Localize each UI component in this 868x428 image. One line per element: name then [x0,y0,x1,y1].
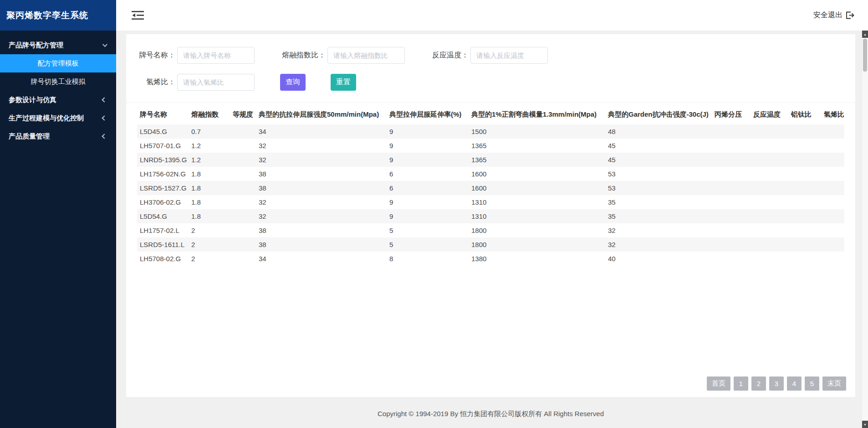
sidebar-subitem[interactable]: 牌号切换工业模拟 [0,72,116,91]
table-cell: 5 [387,237,469,252]
table-cell [712,181,751,195]
table-cell [712,124,751,139]
sidebar-item[interactable]: 生产过程建模与优化控制 [0,109,116,127]
sidebar-item[interactable]: 参数设计与仿真 [0,91,116,109]
table-cell [751,139,788,153]
column-header: 丙烯分压 [712,103,751,124]
logout-label: 安全退出 [813,10,842,20]
table-cell: 1800 [469,223,605,237]
reset-button[interactable]: 重置 [331,74,356,91]
table-cell: 1600 [469,167,605,181]
table-cell [821,195,844,209]
pagination-button[interactable]: 末页 [822,376,846,391]
table-cell: 32 [605,223,712,237]
content-card: 牌号名称： 熔融指数比： 反应温度： [126,34,855,397]
reaction-temperature-input[interactable] [470,47,548,64]
table-cell [230,139,256,153]
table-cell: 32 [256,209,387,223]
table-cell: 6 [387,181,469,195]
table-cell: 1.8 [189,195,230,209]
table-cell: LH1756-02N.G [137,167,189,181]
table-cell [712,223,751,237]
table-row: L5D54.G1.8329131035 [137,209,844,223]
table-cell: 45 [605,153,712,167]
recipe-table: 牌号名称熔融指数等规度典型的抗拉伸屈服强度50mm/min(Mpa)典型拉伸屈服… [137,103,844,266]
pagination-button[interactable]: 5 [805,376,819,391]
table-cell [788,223,821,237]
brand-name-field: 牌号名称： [137,47,255,64]
table-cell: 32 [256,139,387,153]
hydrogen-ratio-input[interactable] [177,74,255,91]
table-cell: 32 [256,153,387,167]
table-cell: 2 [189,252,230,266]
main-area: 安全退出 牌号名称： 熔融指数比： [116,0,868,428]
table-cell [821,237,844,252]
column-header: 典型的Garden抗冲击强度-30c(J) [605,103,712,124]
pagination-button[interactable]: 1 [734,376,748,391]
scrollbar-thumb[interactable] [863,39,867,72]
table-cell [712,209,751,223]
melt-index-ratio-input[interactable] [327,47,405,64]
pagination-button[interactable]: 4 [787,376,802,391]
table-cell [712,153,751,167]
pagination-button[interactable]: 3 [769,376,784,391]
table-cell [751,223,788,237]
search-form: 牌号名称： 熔融指数比： 反应温度： [137,47,844,91]
brand-name-label: 牌号名称： [137,51,175,60]
column-header: 氢烯比 [821,103,844,124]
table-cell: L5D54.G [137,209,189,223]
table-cell [751,167,788,181]
table-cell [788,252,821,266]
melt-index-ratio-label: 熔融指数比： [280,51,326,60]
sidebar-item-label: 产品质量管理 [9,132,50,141]
table-row: LSRD5-1611.L2385180032 [137,237,844,252]
table-cell: 38 [256,223,387,237]
table-cell: 1365 [469,153,605,167]
sidebar-item[interactable]: 产品质量管理 [0,127,116,145]
table-row: LH1757-02.L2385180032 [137,223,844,237]
table-row: LH5707-01.G1.2329136545 [137,139,844,153]
table-cell [230,153,256,167]
table-cell [751,237,788,252]
reaction-temperature-label: 反应温度： [430,51,469,60]
column-header: 等规度 [230,103,256,124]
table-cell: 34 [256,124,387,139]
query-button[interactable]: 查询 [280,74,306,91]
table-header: 牌号名称熔融指数等规度典型的抗拉伸屈服强度50mm/min(Mpa)典型拉伸屈服… [137,103,844,124]
pagination-button[interactable]: 首页 [707,376,730,391]
table-cell [712,195,751,209]
sidebar-item[interactable]: 产品牌号配方管理 [0,36,116,54]
table-cell [788,195,821,209]
sidebar-collapse-button[interactable] [132,10,144,20]
copyright-footer: Copyright © 1994-2019 By 恒力集团有限公司版权所有 Al… [126,410,855,418]
table-cell [230,223,256,237]
table-cell [821,223,844,237]
table-cell: 9 [387,139,469,153]
table-cell: 1380 [469,252,605,266]
sidebar-subitem[interactable]: 配方管理模板 [0,54,116,72]
table-cell: 9 [387,153,469,167]
scroll-up-icon[interactable]: ▲ [862,31,868,38]
table-cell: LSRD5-1611.L [137,237,189,252]
sidebar-item-label: 产品牌号配方管理 [9,41,63,50]
table-cell [821,181,844,195]
pagination-button[interactable]: 2 [751,376,766,391]
table-cell [230,124,256,139]
table-cell: 38 [256,237,387,252]
table-cell: 1500 [469,124,605,139]
table-cell [751,181,788,195]
search-form-row-1: 牌号名称： 熔融指数比： 反应温度： [137,47,844,64]
table-cell: LH5708-02.G [137,252,189,266]
table-cell: 1310 [469,209,605,223]
scroll-down-icon[interactable]: ▼ [862,421,868,428]
pagination: 首页12345末页 [704,376,846,391]
table-cell: 53 [605,181,712,195]
brand-name-input[interactable] [177,47,255,64]
scrollbar[interactable]: ▲ ▼ [862,31,868,428]
table-cell [821,209,844,223]
logout-button[interactable]: 安全退出 [813,10,854,20]
sidebar-item-label: 参数设计与仿真 [9,96,56,104]
table-cell: 1.8 [189,181,230,195]
table-cell: LH3706-02.G [137,195,189,209]
topbar: 安全退出 [116,0,868,31]
